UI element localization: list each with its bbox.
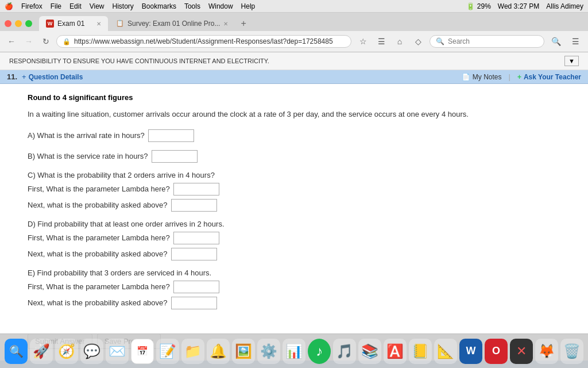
- ask-teacher-button[interactable]: + Ask Your Teacher: [517, 73, 581, 81]
- dock-messages[interactable]: 💬: [80, 339, 103, 364]
- part-e-prob-input[interactable]: [171, 297, 217, 309]
- part-a: A) What is the arrival rate in hours?: [28, 129, 570, 142]
- forward-button[interactable]: →: [22, 34, 36, 48]
- part-c-second-label: Next, what is the probability asked abov…: [28, 201, 168, 209]
- menu-bookmarks[interactable]: Bookmarks: [142, 2, 176, 10]
- back-button[interactable]: ←: [5, 34, 18, 48]
- part-e-lambda-input[interactable]: [173, 281, 219, 293]
- pocket-button[interactable]: ◇: [410, 33, 426, 49]
- menu-button[interactable]: ☰: [567, 33, 583, 49]
- menu-edit[interactable]: Edit: [69, 2, 82, 10]
- toolbar-icons: ☆ ☰ ⌂ ◇: [355, 33, 426, 49]
- menu-firefox[interactable]: Firefox: [21, 2, 42, 10]
- dock-photos[interactable]: 🖼️: [232, 339, 255, 364]
- ask-teacher-label: Ask Your Teacher: [524, 73, 581, 81]
- part-c-label: C) What is the probability that 2 orders…: [28, 171, 215, 179]
- menu-help[interactable]: Help: [241, 2, 256, 10]
- tab-close-1[interactable]: ✕: [96, 21, 101, 27]
- tab-favicon-2: 📋: [116, 20, 124, 28]
- dropdown-button[interactable]: ▼: [564, 56, 579, 66]
- battery-status: 🔋 29%: [466, 2, 490, 10]
- part-c-first-label: First, What is the parameter Lambda here…: [28, 185, 170, 193]
- reader-view-button[interactable]: ☰: [373, 33, 389, 49]
- dock-launchpad[interactable]: 🚀: [30, 339, 53, 364]
- part-d-label: D) Find probability that at least one or…: [28, 220, 225, 228]
- part-d-first-label: First, What is the parameter Lambda here…: [28, 233, 170, 242]
- reload-button[interactable]: ↻: [39, 34, 53, 48]
- part-c: C) What is the probability that 2 orders…: [28, 171, 570, 212]
- tab-label-1: Exam 01: [57, 20, 84, 28]
- dock-firefox[interactable]: 🦊: [535, 339, 558, 364]
- dock-finder[interactable]: 🔍: [5, 339, 28, 364]
- part-d-prob-input[interactable]: [171, 248, 217, 260]
- top-strip: RESPONSIBILITY TO ENSURE YOU HAVE CONTIN…: [0, 52, 588, 70]
- tab-survey[interactable]: 📋 Survey: Exam 01 Online Pro... ✕: [109, 16, 235, 31]
- part-d-lambda-input[interactable]: [173, 232, 219, 244]
- plus-ask-icon: +: [517, 73, 521, 81]
- tab-close-2[interactable]: ✕: [223, 21, 228, 27]
- dock-numbers[interactable]: 📊: [283, 339, 305, 364]
- question-header: 11. + Question Details 📄 My Notes | + As…: [0, 70, 588, 84]
- dock-trash[interactable]: 🗑️: [560, 339, 583, 364]
- menu-window[interactable]: Window: [208, 2, 233, 10]
- part-c-prob-input[interactable]: [171, 199, 217, 212]
- user-name: Allis Adimey: [546, 2, 583, 10]
- part-c-lambda-input[interactable]: [173, 183, 219, 195]
- url-bar[interactable]: 🔒 https://www.webassign.net/web/Student/…: [56, 35, 351, 48]
- maximize-window-button[interactable]: [25, 20, 32, 27]
- lock-icon: 🔒: [63, 38, 71, 45]
- tab-bar: W Exam 01 ✕ 📋 Survey: Exam 01 Online Pro…: [0, 13, 588, 31]
- question-intro-text: In a waiting line situation, customer ar…: [28, 109, 570, 120]
- minimize-window-button[interactable]: [15, 20, 22, 27]
- page-content: RESPONSIBILITY TO ENSURE YOU HAVE CONTIN…: [0, 52, 588, 368]
- bookmark-star-button[interactable]: ☆: [355, 33, 371, 49]
- search-icon: 🔍: [436, 37, 444, 45]
- my-notes-button[interactable]: 📄 My Notes: [462, 73, 502, 81]
- dock-calendar[interactable]: 📅: [131, 339, 154, 364]
- menu-tools[interactable]: Tools: [184, 2, 200, 10]
- dock-preferences[interactable]: ⚙️: [257, 339, 280, 364]
- part-d: D) Find probability that at least one or…: [28, 220, 570, 260]
- dock-reminders[interactable]: 🔔: [207, 339, 230, 364]
- top-strip-right: ▼: [564, 56, 579, 66]
- address-bar: ← → ↻ 🔒 https://www.webassign.net/web/St…: [0, 31, 588, 52]
- menu-view[interactable]: View: [90, 2, 105, 10]
- dock-opera[interactable]: O: [485, 339, 508, 364]
- datetime: Wed 3:27 PM: [498, 2, 539, 10]
- part-b-label: B) What is the service rate in hours?: [28, 152, 148, 160]
- question-details-link[interactable]: Question Details: [29, 73, 83, 81]
- menu-history[interactable]: History: [113, 2, 134, 10]
- close-window-button[interactable]: [5, 20, 11, 27]
- dock-keynote[interactable]: 📐: [434, 339, 457, 364]
- dock-cross[interactable]: ✕: [510, 339, 533, 364]
- new-tab-button[interactable]: +: [236, 16, 250, 31]
- tab-favicon-1: W: [46, 20, 54, 28]
- dock-books[interactable]: 📚: [358, 339, 381, 364]
- dock-mail[interactable]: ✉️: [106, 339, 129, 364]
- search-input[interactable]: [448, 37, 538, 45]
- my-notes-label: My Notes: [473, 73, 502, 81]
- dock-notes[interactable]: 📝: [156, 339, 179, 364]
- part-e-second-label: Next, what is the probability asked abov…: [28, 298, 168, 307]
- search-icon-button[interactable]: 🔍: [548, 33, 564, 49]
- dock-music[interactable]: 🎵: [333, 339, 356, 364]
- search-bar[interactable]: 🔍: [430, 35, 544, 48]
- tab-exam01[interactable]: W Exam 01 ✕: [39, 16, 108, 31]
- plus-icon[interactable]: +: [22, 72, 26, 81]
- dock-safari[interactable]: 🧭: [55, 339, 78, 364]
- notes-icon: 📄: [462, 73, 470, 81]
- apple-menu[interactable]: 🍎: [5, 2, 13, 10]
- dock-finder2[interactable]: 📁: [181, 339, 204, 364]
- dock-stickies[interactable]: 📒: [409, 339, 432, 364]
- question-header-right: 📄 My Notes | + Ask Your Teacher: [462, 72, 581, 81]
- menu-file[interactable]: File: [51, 2, 61, 10]
- dock-appstore[interactable]: 🅰️: [384, 339, 407, 364]
- part-a-label: A) What is the arrival rate in hours?: [28, 131, 145, 140]
- separator: |: [509, 72, 510, 81]
- part-b-input[interactable]: [152, 150, 198, 163]
- part-a-input[interactable]: [148, 129, 194, 142]
- dock-word[interactable]: W: [459, 339, 482, 364]
- home-button[interactable]: ⌂: [392, 33, 408, 49]
- dock-spotify[interactable]: ♪: [308, 339, 331, 364]
- mac-menubar: 🍎 Firefox File Edit View History Bookmar…: [0, 0, 588, 13]
